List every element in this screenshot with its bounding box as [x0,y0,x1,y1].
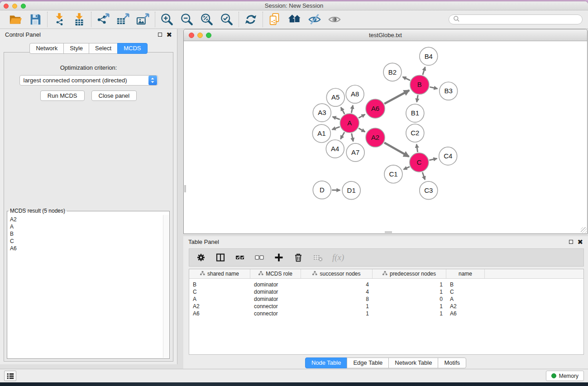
graph-node-A1[interactable]: A1 [312,124,330,143]
resize-grip[interactable] [581,227,587,233]
export-image-icon[interactable] [136,12,150,27]
zoom-fit-icon[interactable] [200,12,214,27]
eye-icon[interactable] [327,12,342,27]
graph-node-A6[interactable]: A6 [366,99,385,118]
duplicate-network-icon[interactable] [268,12,282,27]
network-canvas[interactable]: B4B2BB3A8A5A6A3B1AA1C2A2A4A7C4CC1C3DD1 [184,41,587,233]
network-horizontal-scrollbar[interactable] [385,231,392,233]
graph-edge-C-C4[interactable] [429,158,437,160]
import-network-icon[interactable] [52,12,67,27]
window-titlebar[interactable]: Session: New Session [0,1,588,10]
search-box[interactable] [449,14,583,24]
graph-node-B4[interactable]: B4 [420,47,438,65]
save-session-icon[interactable] [28,12,43,27]
column-header-successor-nodes[interactable]: successor nodes [301,269,373,278]
graph-edge-B-B1[interactable] [417,95,418,102]
graph-node-C4[interactable]: C4 [439,147,457,165]
graph-edge-B-B3[interactable] [430,87,437,89]
graph-edge-A6-B[interactable] [384,91,409,104]
split-columns-icon[interactable] [215,253,225,262]
open-session-icon[interactable] [8,12,23,27]
graph-edge-A-A5[interactable] [341,107,344,114]
search-input[interactable] [462,16,578,23]
zoom-out-icon[interactable] [180,12,194,27]
graph-node-B2[interactable]: B2 [383,63,402,81]
close-window-button[interactable] [4,4,9,9]
network-close-button[interactable] [189,33,194,38]
graph-edge-C-C3[interactable] [422,172,425,180]
column-header-shared-name[interactable]: shared name [189,269,250,278]
memory-button[interactable]: Memory [546,371,584,381]
float-panel-icon[interactable] [158,33,162,37]
graph-node-A2[interactable]: A2 [366,128,385,147]
zoom-in-icon[interactable] [160,12,174,27]
mcds-result-item[interactable]: A2 [10,216,160,223]
table-row[interactable]: A2connector11A2 [189,303,583,310]
table-row[interactable]: Cdominator41C [189,288,583,295]
delete-column-icon[interactable] [293,253,303,262]
graph-node-A8[interactable]: A8 [346,85,364,103]
graph-edge-A-A4[interactable] [340,132,344,139]
network-maximize-button[interactable] [206,33,211,38]
graph-edge-A-A8[interactable] [351,105,353,113]
mcds-result-item[interactable]: C [10,238,160,245]
maximize-window-button[interactable] [21,4,26,9]
tab-style[interactable]: Style [63,43,89,54]
deselect-all-icon[interactable] [254,253,264,262]
graph-node-C2[interactable]: C2 [406,124,424,142]
import-table-icon[interactable] [72,12,86,27]
network-vertical-scrollbar[interactable] [184,185,186,192]
column-header-name[interactable]: name [446,269,485,278]
column-header-MCDS-role[interactable]: MCDS role [250,269,301,278]
graph-edge-C-C1[interactable] [404,167,410,169]
float-table-panel-icon[interactable] [569,240,573,244]
table-tab-network-table[interactable]: Network Table [388,357,438,368]
graph-edge-A-A1[interactable] [332,127,340,129]
select-all-icon[interactable] [235,253,245,262]
graph-edge-A-A7[interactable] [352,133,354,142]
graph-node-D[interactable]: D [313,181,331,199]
table-row[interactable]: Bdominator41B [189,281,583,288]
close-panel-icon[interactable]: ✖ [166,32,172,37]
table-tab-edge-table[interactable]: Edge Table [347,357,389,368]
minimize-window-button[interactable] [12,4,17,9]
add-column-icon[interactable] [274,253,284,262]
graph-node-C3[interactable]: C3 [420,181,438,200]
settings-gear-icon[interactable] [196,253,206,262]
result-scrollbar[interactable] [163,215,169,358]
graph-node-A7[interactable]: A7 [346,143,364,162]
mcds-result-item[interactable]: A [10,223,160,230]
graph-node-A5[interactable]: A5 [326,88,344,106]
graph-node-A3[interactable]: A3 [313,104,331,122]
column-header-predecessor-nodes[interactable]: predecessor nodes [373,269,446,278]
graph-node-D1[interactable]: D1 [342,181,360,200]
network-minimize-button[interactable] [197,33,203,38]
graph-node-C[interactable]: C [410,153,429,172]
tab-network[interactable]: Network [29,43,64,54]
zoom-selected-icon[interactable] [220,12,234,27]
graph-edge-A-A2[interactable] [359,128,365,132]
table-tab-node-table[interactable]: Node Table [305,357,348,368]
graph-edge-A-A3[interactable] [333,117,340,119]
graph-edge-B-B2[interactable] [403,77,410,81]
graph-node-B1[interactable]: B1 [406,104,424,122]
task-history-button[interactable] [4,371,16,381]
graph-node-C1[interactable]: C1 [384,165,402,183]
graph-node-B[interactable]: B [410,75,429,94]
mcds-result-item[interactable]: A6 [10,245,160,252]
tab-mcds[interactable]: MCDS [117,43,147,54]
run-mcds-button[interactable]: Run MCDS [40,91,85,101]
tab-select[interactable]: Select [89,43,118,54]
houses-icon[interactable] [287,12,302,27]
table-row[interactable]: A6connector11A6 [189,310,583,317]
close-table-panel-icon[interactable]: ✖ [577,239,583,244]
graph-node-A4[interactable]: A4 [326,140,344,158]
mcds-result-item[interactable]: B [10,230,160,238]
export-table-icon[interactable] [116,12,130,27]
network-window-titlebar[interactable]: testGlobe.txt [184,29,587,41]
graph-edge-A2-C[interactable] [384,143,409,157]
graph-edge-C-C2[interactable] [416,144,417,152]
optimization-criterion-select[interactable]: largest connected component (directed) [19,75,158,86]
refresh-icon[interactable] [244,12,258,27]
graph-edge-B-B4[interactable] [423,67,425,75]
